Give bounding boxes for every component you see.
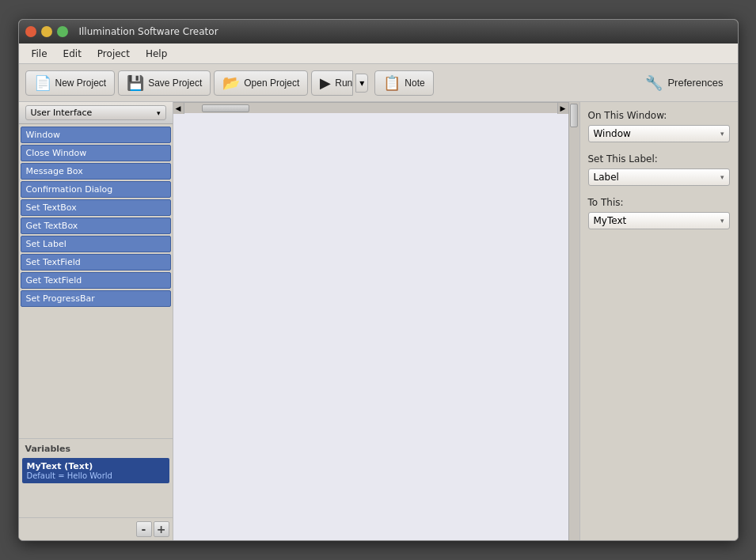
to-this-dropdown[interactable]: MyText ▾ (588, 212, 730, 229)
to-this-arrow-icon: ▾ (720, 217, 724, 225)
window-title: Illumination Software Creator (79, 26, 218, 37)
list-item-set-textfield[interactable]: Set TextField (21, 254, 171, 271)
variable-name: MyText (Text) (27, 461, 165, 471)
variable-mytext[interactable]: MyText (Text) Default = Hello World (22, 458, 169, 483)
variable-default: Default = Hello World (27, 471, 165, 480)
preferences-label: Preferences (667, 77, 723, 89)
main-content: User Interface ▾ Window Close Window Mes… (19, 102, 738, 540)
canvas-container: Application Launched Quit Application (173, 102, 579, 540)
maximize-button[interactable] (57, 26, 68, 37)
run-button[interactable]: ▶ Run (311, 70, 353, 96)
list-container: Window Close Window Message Box Confirma… (19, 124, 173, 438)
set-this-label-value: Label (594, 172, 619, 183)
list-item-window[interactable]: Window (21, 127, 171, 143)
dropdown-arrow-icon: ▾ (157, 109, 161, 117)
run-dropdown[interactable]: ▾ (355, 74, 368, 93)
hscroll-track (184, 104, 557, 113)
note-label: Note (405, 78, 424, 89)
on-this-window-dropdown[interactable]: Window ▾ (588, 125, 730, 142)
list-item-set-textbox[interactable]: Set TextBox (21, 199, 171, 216)
preferences-icon: 🔧 (645, 74, 663, 92)
hscroll-left[interactable]: ◀ (173, 103, 184, 114)
set-this-label-dropdown[interactable]: Label ▾ (588, 168, 730, 186)
open-project-label: Open Project (244, 78, 299, 89)
variables-section: Variables MyText (Text) Default = Hello … (19, 438, 173, 517)
bottom-controls: - + (19, 517, 173, 540)
canvas-main: Application Launched Quit Application (173, 102, 568, 540)
set-this-label-arrow-icon: ▾ (720, 173, 724, 181)
list-item-set-progressbar[interactable]: Set ProgressBar (21, 290, 171, 307)
menu-help[interactable]: Help (139, 47, 173, 61)
list-item-set-label[interactable]: Set Label (21, 236, 171, 252)
canvas-hscroll[interactable]: ◀ ▶ (173, 102, 568, 113)
minimize-button[interactable] (41, 26, 52, 37)
preferences-button[interactable]: 🔧 Preferences (637, 71, 731, 95)
list-item-confirmation-dialog[interactable]: Confirmation Dialog (21, 181, 171, 198)
canvas-vscroll[interactable] (568, 102, 579, 540)
menu-project[interactable]: Project (91, 47, 136, 61)
to-this-value: MyText (594, 215, 627, 226)
new-project-icon: 📄 (34, 74, 51, 92)
run-icon: ▶ (320, 74, 331, 92)
on-this-window-value: Window (594, 128, 631, 139)
main-window: Illumination Software Creator File Edit … (18, 19, 739, 541)
set-this-label-label: Set This Label: (588, 153, 730, 165)
toolbar: 📄 New Project 💾 Save Project 📂 Open Proj… (19, 64, 738, 102)
open-project-button[interactable]: 📂 Open Project (214, 70, 308, 96)
list-item-message-box[interactable]: Message Box (21, 163, 171, 180)
list-item-close-window[interactable]: Close Window (21, 145, 171, 161)
item-list: Window Close Window Message Box Confirma… (19, 124, 173, 438)
on-this-window-arrow-icon: ▾ (720, 130, 724, 138)
menu-file[interactable]: File (25, 47, 54, 61)
close-button[interactable] (25, 26, 36, 37)
canvas-area: Application Launched Quit Application (173, 102, 579, 540)
open-project-icon: 📂 (222, 74, 240, 92)
variables-title: Variables (22, 442, 169, 456)
save-project-icon: 💾 (127, 74, 144, 92)
ui-dropdown[interactable]: User Interface ▾ (25, 105, 166, 120)
left-panel: User Interface ▾ Window Close Window Mes… (19, 102, 173, 540)
new-project-label: New Project (55, 78, 107, 89)
to-this-label: To This: (588, 197, 730, 208)
set-this-label-section: Set This Label: Label ▾ (588, 153, 730, 186)
menubar: File Edit Project Help (19, 44, 738, 64)
minus-button[interactable]: - (136, 521, 152, 537)
save-project-button[interactable]: 💾 Save Project (118, 70, 211, 96)
note-button[interactable]: 📋 Note (374, 70, 433, 96)
hscroll-thumb[interactable] (202, 104, 249, 112)
right-panel: On This Window: Window ▾ Set This Label:… (579, 102, 738, 540)
menu-edit[interactable]: Edit (57, 47, 88, 61)
list-item-get-textfield[interactable]: Get TextField (21, 272, 171, 289)
note-icon: 📋 (383, 74, 401, 92)
new-project-button[interactable]: 📄 New Project (25, 70, 116, 96)
hscroll-right[interactable]: ▶ (557, 103, 568, 114)
run-label: Run (335, 78, 352, 89)
panel-header: User Interface ▾ (19, 102, 173, 124)
save-project-label: Save Project (148, 78, 202, 89)
list-item-get-textbox[interactable]: Get TextBox (21, 218, 171, 234)
ui-items: Window Close Window Message Box Confirma… (19, 124, 173, 309)
on-this-window-section: On This Window: Window ▾ (588, 110, 730, 142)
ui-dropdown-label: User Interface (31, 108, 93, 118)
vscroll-thumb[interactable] (570, 104, 578, 127)
on-this-window-label: On This Window: (588, 110, 730, 121)
to-this-section: To This: MyText ▾ (588, 197, 730, 229)
plus-button[interactable]: + (154, 521, 169, 537)
titlebar: Illumination Software Creator (19, 20, 738, 44)
